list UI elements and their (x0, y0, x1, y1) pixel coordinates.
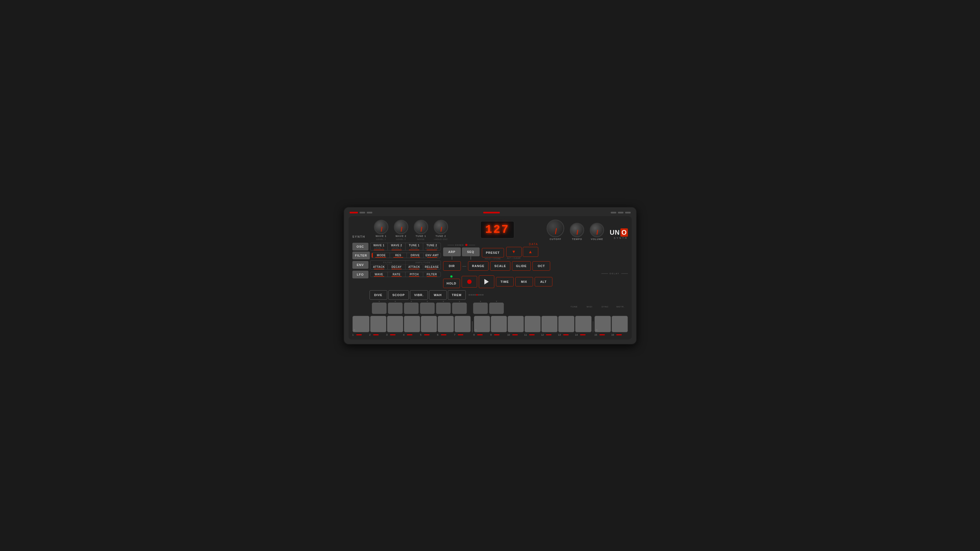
key-pad-1[interactable]: C (352, 316, 369, 332)
preset-button[interactable]: PRESET (482, 248, 504, 257)
wave1-knob[interactable] (374, 220, 388, 234)
tune2-knob[interactable] (434, 220, 448, 234)
lfo-button[interactable]: LFO (352, 271, 368, 278)
small-pad-8[interactable] (489, 302, 504, 314)
demo-row: DEMO (443, 244, 480, 246)
filter-button[interactable]: FILTER (352, 252, 370, 259)
key-num-14: 14 (575, 333, 591, 336)
small-pad-4[interactable] (420, 302, 435, 314)
env-button[interactable]: ENV (352, 261, 368, 269)
small-pad-col-7 (473, 301, 488, 314)
key-num-dot-7 (458, 334, 463, 335)
tune2-knob-group: TUNE 2 <HOLD OSC (431, 220, 450, 241)
osc-button[interactable]: OSC (352, 243, 368, 251)
res-param: RES (390, 253, 407, 258)
small-pad-7[interactable] (473, 302, 488, 314)
alt-button[interactable]: ALT (535, 277, 552, 286)
key-num-16: 16 (611, 333, 628, 336)
trem-button[interactable]: TREM (448, 290, 466, 300)
key-num-9: 9 (490, 333, 506, 336)
time-button[interactable]: TIME (496, 277, 514, 286)
tune1-knob[interactable] (414, 220, 428, 234)
key-pad-9[interactable] (491, 316, 507, 332)
wave2-knob[interactable] (394, 220, 408, 234)
small-pads (372, 301, 504, 314)
small-pad-col-3 (404, 301, 419, 314)
key-pad-11[interactable] (525, 316, 541, 332)
wave2-param: WAVE 2 LEVEL 2 (388, 243, 406, 250)
small-pad-ind-4 (427, 301, 428, 302)
glide-button[interactable]: GLIDE (512, 261, 531, 271)
range-button[interactable]: RANGE (468, 261, 489, 271)
hold-button[interactable]: HOLD (443, 279, 460, 288)
seq-button[interactable]: SEQ (462, 248, 480, 256)
mod-ind3 (473, 294, 474, 295)
key-num-label-12: 12 (541, 333, 546, 336)
data-up-button[interactable]: ▲ (523, 247, 538, 257)
dir-button[interactable]: DIR (443, 261, 461, 271)
key-num-11: 11 (524, 333, 541, 336)
lfo-wave-param: WAVE (371, 272, 388, 277)
vibr-button[interactable]: VIBR. (410, 290, 428, 300)
demo-dot (465, 244, 468, 246)
key-num-8: 8 (473, 333, 490, 336)
volume-knob[interactable] (590, 223, 604, 237)
data-down-button[interactable]: ▼ (506, 247, 522, 257)
middle-buttons-row: DIR — RANGE SCALE GLIDE OCT (443, 261, 628, 271)
small-pad-1[interactable] (372, 302, 387, 314)
oct-button[interactable]: OCT (533, 261, 550, 271)
key-num-dot-1 (356, 334, 362, 335)
tempo-knob[interactable] (570, 223, 584, 237)
small-pad-6[interactable] (452, 302, 467, 314)
wah-button[interactable]: WAH (429, 290, 447, 300)
dive-button[interactable]: DIVE (369, 290, 387, 300)
data-up-group: ▲ (523, 247, 538, 260)
record-button[interactable] (461, 276, 477, 287)
key-pad-5[interactable] (421, 316, 437, 332)
key-note-8: C (475, 329, 477, 331)
env-row: ENV FILTER AMPLITUDE ATTACK DECAY (352, 260, 441, 270)
data-arrows: ▼ ALT > CLEAR ▲ (506, 247, 538, 260)
small-pad-2[interactable] (388, 302, 403, 314)
key-pad-6[interactable] (438, 316, 454, 332)
key-num-4: 4 (403, 333, 419, 336)
key-num-label-2: 2 (369, 333, 372, 336)
play-button[interactable] (479, 275, 494, 288)
small-pad-ind-8 (496, 301, 497, 302)
key-pad-7[interactable] (455, 316, 471, 332)
key-pad-16[interactable] (612, 316, 628, 332)
mix-button[interactable]: MIX (515, 277, 533, 286)
small-pad-3[interactable] (404, 302, 419, 314)
top-right-gray1 (611, 212, 616, 213)
arp-group: ARP (443, 248, 461, 260)
seq-indicator-line (471, 256, 471, 260)
key-pad-10[interactable] (508, 316, 524, 332)
transport-buttons: HOLD TIME MIX ALT (443, 275, 628, 288)
key-pad-2[interactable] (370, 316, 387, 332)
key-num-label-14: 14 (575, 333, 579, 336)
key-num-dot-8 (477, 334, 483, 335)
cutoff-knob[interactable] (547, 219, 564, 237)
key-pad-15[interactable]: C (594, 316, 611, 332)
scoop-button[interactable]: SCOOP (388, 290, 409, 300)
wave2-param-label: WAVE 2 (391, 244, 402, 247)
key-1[interactable]: C (352, 316, 369, 332)
scale-button[interactable]: SCALE (490, 261, 510, 271)
key-pad-4[interactable] (404, 316, 420, 332)
tune1-label: TUNE 1 (415, 235, 426, 238)
key-pad-12[interactable] (541, 316, 558, 332)
key-num-dot-11 (529, 334, 535, 335)
key-pad-3[interactable] (387, 316, 403, 332)
key-note-1: C (354, 329, 355, 331)
wave1-param-sublabel: LEVEL 1 (374, 247, 383, 249)
mode-param: MODE (372, 253, 390, 258)
key-pad-8[interactable]: C (474, 316, 490, 332)
key-pad-14[interactable] (575, 316, 591, 332)
env-params-container: FILTER AMPLITUDE ATTACK DECAY ATTACK (370, 260, 441, 270)
key-pad-13[interactable] (558, 316, 574, 332)
mod-ind4 (474, 294, 476, 295)
right-panel: DEMO ARP SEQ (443, 243, 628, 288)
key-num-label-3: 3 (386, 333, 390, 336)
arp-button[interactable]: ARP (443, 248, 461, 256)
small-pad-5[interactable] (436, 302, 451, 314)
